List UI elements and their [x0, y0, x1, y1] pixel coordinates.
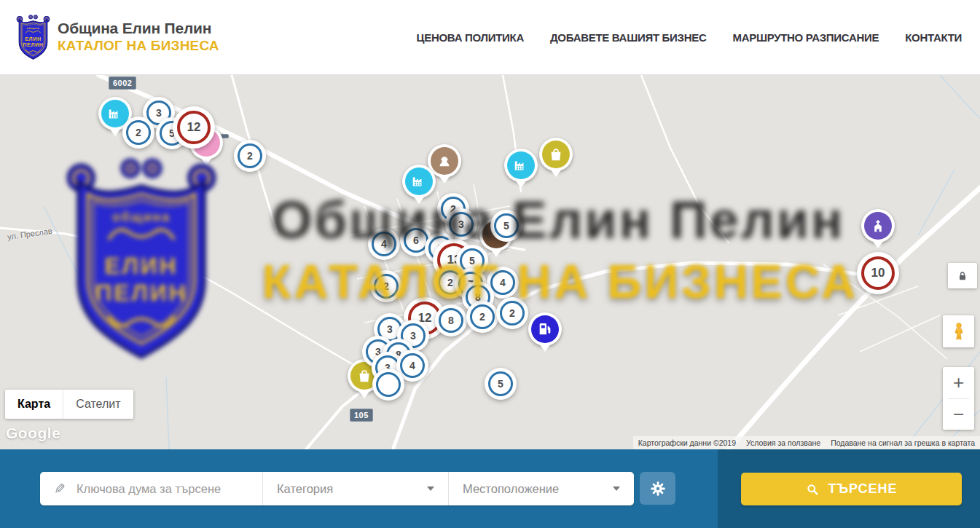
watermark-crest — [63, 157, 220, 363]
keyword-section: ✎ — [40, 472, 262, 505]
google-logo[interactable]: Google — [6, 425, 60, 442]
category-value: Категория — [277, 482, 333, 496]
location-value: Местоположение — [463, 482, 559, 496]
zoom-out-button[interactable]: − — [943, 399, 974, 430]
nav-contacts[interactable]: КОНТАКТИ — [905, 31, 962, 44]
map-attribution: Картографски данни ©2019 Условия за полз… — [633, 436, 980, 449]
map-cluster[interactable]: 5 — [485, 368, 517, 400]
map-cluster[interactable]: 8 — [435, 304, 467, 336]
lock-icon — [957, 270, 968, 282]
advanced-search-button[interactable] — [640, 472, 675, 505]
location-dropdown[interactable]: Местоположение — [448, 472, 634, 505]
main-nav: ЦЕНОВА ПОЛИТИКА ДОБАВЕТЕ ВАШИЯТ БИЗНЕС М… — [417, 31, 962, 44]
attribution-report-link[interactable]: Подаване на сигнал за грешка в картата — [826, 436, 980, 449]
category-dropdown[interactable]: Категория — [262, 472, 448, 505]
chevron-down-icon — [427, 486, 434, 491]
zoom-control: + − — [943, 367, 974, 430]
road-number-label: 105 — [350, 409, 373, 422]
keyword-search-input[interactable] — [75, 481, 255, 497]
municipality-crest-icon — [16, 15, 50, 60]
bag-pin[interactable] — [539, 138, 573, 171]
fuel-pin[interactable] — [528, 312, 562, 346]
pencil-icon: ✎ — [54, 481, 66, 497]
nav-add-your-business[interactable]: ДОБАВЕТЕ ВАШИЯТ БИЗНЕС — [550, 31, 706, 44]
attribution-terms-link[interactable]: Условия за ползване — [741, 436, 826, 449]
gear-icon — [648, 479, 667, 498]
satellite-view-button[interactable]: Сателит — [63, 390, 133, 419]
google-map[interactable]: ул. Преславбул. „Новосел 6002105 3251222… — [0, 75, 980, 449]
page: Община Елин Пелин КАТАЛОГ НА БИЗНЕСА ЦЕН… — [0, 0, 980, 528]
search-bar: ✎ Категория Местоположение — [0, 449, 980, 528]
street-view-pegman-button[interactable] — [943, 315, 974, 347]
map-type-control: Карта Сателит — [5, 390, 133, 419]
map-cluster[interactable] — [372, 369, 404, 401]
pegman-icon — [949, 322, 968, 341]
attribution-data: Картографски данни ©2019 — [633, 436, 741, 449]
nav-pricing-policy[interactable]: ЦЕНОВА ПОЛИТИКА — [417, 31, 524, 44]
zoom-in-button[interactable]: + — [943, 367, 974, 398]
site-logo[interactable]: Община Елин Пелин КАТАЛОГ НА БИЗНЕСА — [16, 15, 219, 60]
site-title: Община Елин Пелин — [58, 20, 219, 38]
map-view-button[interactable]: Карта — [5, 390, 63, 419]
watermark-subtitle: КАТАЛОГ НА БИЗНЕСА — [251, 254, 869, 309]
search-button-label: ТЪРСЕНЕ — [828, 481, 897, 497]
map-cluster[interactable]: 2 — [122, 117, 154, 149]
map-cluster[interactable]: 2 — [234, 140, 266, 172]
site-subtitle: КАТАЛОГ НА БИЗНЕСА — [58, 38, 219, 54]
road-number-label: 6002 — [109, 76, 136, 90]
header: Община Елин Пелин КАТАЛОГ НА БИЗНЕСА ЦЕН… — [0, 0, 980, 75]
nav-route-schedule[interactable]: МАРШРУТНО РАЗПИСАНИЕ — [732, 31, 879, 44]
search-input-group: ✎ Категория Местоположение — [40, 472, 634, 505]
factory-pin[interactable] — [504, 149, 538, 182]
map-cluster[interactable]: 12 — [173, 106, 215, 149]
chevron-down-icon — [613, 486, 620, 491]
lock-button[interactable] — [948, 263, 977, 288]
search-icon — [805, 482, 820, 497]
watermark-title: Община Елин Пелин — [244, 190, 872, 250]
title-block: Община Елин Пелин КАТАЛОГ НА БИЗНЕСА — [58, 20, 219, 54]
search-button[interactable]: ТЪРСЕНЕ — [741, 473, 962, 505]
